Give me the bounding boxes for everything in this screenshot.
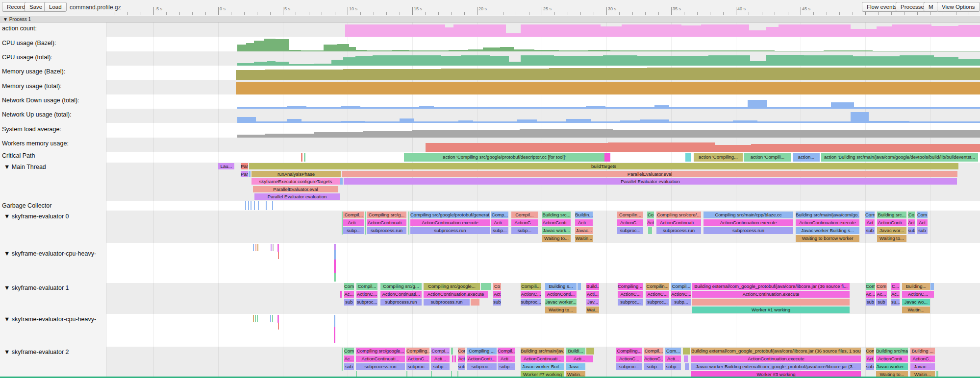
event-tick[interactable]	[278, 323, 279, 330]
event-box[interactable]: subprocess.run	[704, 227, 793, 234]
event-box[interactable]: Acti...	[498, 355, 515, 362]
event-box[interactable]: sub	[908, 227, 915, 234]
event-box[interactable]: Compiling src/core/...	[656, 212, 701, 218]
event-box[interactable]: Compiling src/google...	[356, 348, 405, 354]
sidebar-row-skyframe-evaluator-cpu-heavy-0[interactable]: ▼ skyframe-evaluator-cpu-heavy-	[4, 250, 96, 257]
event-box[interactable]: Acti...	[431, 355, 450, 362]
event-box[interactable]	[471, 299, 479, 306]
event-box[interactable]: ActionContinuation.execute	[704, 219, 793, 226]
event-box[interactable]: Compil...	[356, 283, 377, 290]
event-box[interactable]	[304, 153, 305, 162]
event-box[interactable]: Javac ...	[910, 363, 935, 370]
event-tick[interactable]	[334, 327, 335, 343]
event-box[interactable]: subprocess.run	[424, 299, 470, 306]
event-box[interactable]	[685, 153, 691, 162]
event-box[interactable]: Waiting to borrow worker	[796, 235, 859, 242]
event-box[interactable]: Co	[647, 212, 654, 218]
event-box[interactable]: ActionConti...	[876, 355, 908, 362]
event-box[interactable]: Building external/com_google_protobuf/ja…	[692, 283, 850, 290]
event-box[interactable]: Com	[344, 283, 354, 290]
event-box[interactable]: Parallel Evaluator evaluation	[344, 178, 957, 185]
event-box[interactable]: Buildin...	[575, 212, 593, 218]
event-box[interactable]: Acti...	[586, 291, 599, 298]
sidebar-row-skyframe-evaluator-1[interactable]: ▼ skyframe-evaluator 1	[4, 284, 69, 291]
event-box[interactable]: Build...	[586, 283, 599, 290]
event-box[interactable]: Lau...	[218, 163, 234, 169]
event-box[interactable]: Waiting to...	[877, 235, 906, 242]
event-box[interactable]: Par	[241, 163, 248, 169]
event-box[interactable]: action...	[793, 153, 820, 162]
event-box[interactable]: Par	[241, 171, 248, 177]
event-tick[interactable]	[334, 260, 336, 273]
event-tick[interactable]	[253, 244, 254, 251]
event-box[interactable]: Com	[458, 348, 465, 354]
event-tick[interactable]	[431, 371, 432, 378]
event-box[interactable]: subp...	[491, 227, 508, 234]
event-tick[interactable]	[257, 244, 258, 251]
event-box[interactable]: Acti...	[343, 219, 364, 226]
event-box[interactable]: Com	[344, 348, 354, 354]
event-box[interactable]: Worker #1 working	[692, 307, 850, 313]
event-box[interactable]: ActionContinuati...	[367, 219, 406, 226]
event-tick[interactable]	[457, 371, 458, 378]
event-box[interactable]: Ac...	[344, 355, 354, 362]
event-box[interactable]: Ac...	[866, 291, 875, 298]
event-box[interactable]: Compi...	[431, 348, 450, 354]
event-box[interactable]: Jav...	[586, 299, 599, 306]
event-box[interactable]: sub	[866, 363, 874, 370]
event-box[interactable]: Building src/main/java/com/go...	[796, 212, 859, 218]
event-box[interactable]: subprocess.run	[380, 299, 422, 306]
event-box[interactable]: Comp...	[491, 212, 508, 218]
event-box[interactable]: Act	[866, 355, 874, 362]
event-tick[interactable]	[255, 315, 256, 322]
event-box[interactable]: ActionConti...	[877, 219, 906, 226]
event-box[interactable]: C...	[891, 283, 900, 290]
event-box[interactable]: subproc...	[406, 363, 429, 370]
event-box[interactable]: subp...	[511, 227, 538, 234]
event-tick[interactable]	[271, 244, 272, 251]
event-box[interactable]: subp...	[431, 363, 450, 370]
event-box[interactable]	[481, 283, 491, 290]
event-box[interactable]: Worker #7 working	[521, 371, 564, 378]
event-box[interactable]: Act	[908, 219, 915, 226]
event-tick[interactable]	[356, 371, 357, 378]
sidebar-row-skyframe-evaluator-cpu-heavy-1[interactable]: ▼ skyframe-evaluator-cpu-heavy-	[4, 316, 96, 323]
event-box[interactable]: ActionC...	[356, 291, 377, 298]
event-tick[interactable]	[255, 244, 256, 251]
event-box[interactable]: Acti...	[491, 219, 508, 226]
event-box[interactable]: Javac wor...	[877, 227, 906, 234]
event-box[interactable]: Compiling...	[616, 348, 642, 354]
event-tick[interactable]	[253, 315, 254, 322]
event-box[interactable]: subproc...	[617, 227, 643, 234]
event-box[interactable]: ActionC...	[671, 291, 691, 298]
event-box[interactable]: subprocess.run	[367, 227, 406, 234]
process-header[interactable]: ▼ Process 1	[0, 16, 980, 23]
event-box[interactable]: action 'Compiling...	[694, 153, 743, 162]
event-box[interactable]: Building src...	[542, 212, 571, 218]
event-box[interactable]: subproc...	[616, 363, 642, 370]
event-box[interactable]: sub	[458, 363, 465, 370]
event-box[interactable]: subprocess.run	[410, 227, 490, 234]
event-tick[interactable]	[334, 273, 336, 282]
event-box[interactable]: Com	[876, 283, 887, 290]
event-box[interactable]: Compilin...	[617, 212, 643, 218]
event-box[interactable]	[249, 171, 251, 177]
event-tick[interactable]	[342, 348, 343, 371]
event-box[interactable]: Compil...	[511, 212, 538, 218]
event-box[interactable]: ActionContinuati...	[521, 355, 564, 362]
event-box[interactable]: Compilin...	[646, 283, 669, 290]
event-box[interactable]: su...	[891, 299, 900, 306]
event-box[interactable]: Compiling ...	[467, 348, 497, 354]
event-box[interactable]: Com	[866, 283, 875, 290]
event-tick[interactable]	[406, 371, 407, 378]
event-tick[interactable]	[334, 250, 336, 260]
event-box[interactable]: ActionC...	[616, 355, 642, 362]
event-box[interactable]: skyframeExecutor.configureTargets	[251, 178, 340, 185]
event-box[interactable]: action 'Compiling src/google/protobuf/de…	[404, 153, 604, 162]
event-box[interactable]: sub	[865, 227, 875, 234]
event-box[interactable]: Javac worker...	[545, 299, 577, 306]
event-box[interactable]: Compil...	[498, 348, 515, 354]
event-box[interactable]: Waiting to...	[545, 307, 577, 313]
event-box[interactable]	[340, 291, 342, 298]
event-box[interactable]: Act	[458, 355, 465, 362]
